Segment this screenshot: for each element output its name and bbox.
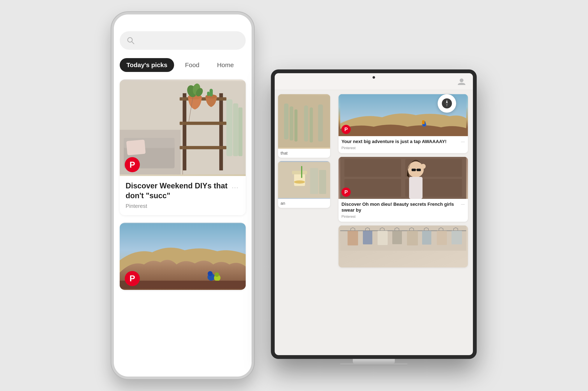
tablet-adventure-body: Your next big adventure is just a tap AW… [338, 136, 468, 153]
svg-rect-72 [407, 231, 418, 245]
svg-rect-20 [207, 92, 210, 96]
svg-rect-40 [304, 105, 308, 142]
svg-rect-7 [183, 93, 186, 170]
svg-rect-56 [344, 159, 401, 177]
tablet-beauty-image: P [338, 157, 468, 199]
tablet-adventure-source: Pinterest [341, 146, 465, 150]
tablet-beauty-title: Discover Oh mon dieu! Beauty secrets Fre… [341, 201, 465, 213]
svg-rect-68 [348, 231, 358, 245]
tab-home[interactable]: Home [210, 58, 240, 72]
svg-rect-57 [344, 179, 401, 197]
adventure-card-image: P [120, 223, 246, 290]
svg-rect-48 [310, 168, 318, 194]
svg-rect-6 [126, 139, 146, 155]
tablet-header [275, 73, 473, 90]
svg-rect-21 [226, 99, 232, 156]
svg-rect-11 [179, 146, 226, 149]
svg-rect-37 [284, 103, 289, 139]
tablet-adventure-title: Your next big adventure is just a tap AW… [341, 139, 465, 145]
svg-rect-39 [294, 109, 297, 142]
svg-rect-71 [392, 231, 402, 244]
svg-point-30 [215, 272, 219, 277]
svg-rect-8 [219, 93, 223, 170]
phone-device: Today's picks Food Home Women's [111, 12, 254, 379]
tablet-left-card-body-2: an [278, 199, 330, 208]
tablet-beauty-svg [338, 157, 468, 199]
left-coffee-svg [278, 161, 330, 199]
pinterest-badge-1: P [125, 157, 140, 172]
diy-card: P Discover Weekend DIYs that don't "succ… [120, 80, 246, 215]
svg-rect-75 [451, 231, 462, 244]
devices-container: Today's picks Food Home Women's [111, 12, 477, 379]
svg-rect-9 [179, 97, 226, 100]
tablet-beauty-source: Pinterest [341, 215, 465, 219]
compass-icon [441, 98, 452, 109]
tablet-partial-text-2: an [281, 201, 328, 206]
svg-rect-61 [409, 177, 423, 199]
svg-rect-69 [363, 231, 372, 244]
tablet-beauty-body: Discover Oh mon dieu! Beauty secrets Fre… [338, 199, 468, 222]
phone-content: Today's picks Food Home Women's [114, 14, 252, 290]
svg-rect-22 [233, 103, 238, 156]
tablet-wrapper: that [271, 69, 477, 364]
svg-point-35 [460, 79, 463, 82]
search-icon [127, 36, 135, 45]
tablet-closet-card [338, 225, 468, 268]
tablet-content: that [275, 90, 473, 355]
tablet-left-card-2: an [278, 161, 330, 208]
svg-point-28 [208, 271, 213, 276]
compass-button[interactable] [438, 94, 456, 113]
tablet-closet-svg [338, 225, 468, 251]
svg-point-65 [421, 164, 426, 169]
diy-card-title: Discover Weekend DIYs that don't "succ" [126, 181, 240, 201]
tablet-partial-text: that [281, 151, 328, 156]
svg-rect-19 [210, 89, 213, 97]
tablet-beauty-card: P Discover Oh mon dieu! Beauty secrets F… [338, 157, 468, 222]
svg-rect-41 [310, 107, 313, 142]
tablet-left-image-2 [278, 161, 330, 199]
tablet-right-column: P Your next big adventure is just a tap … [333, 90, 473, 355]
pinterest-badge-2: P [125, 271, 140, 286]
diy-card-more-button[interactable]: ··· [230, 182, 241, 193]
tab-womens[interactable]: Women's [245, 58, 246, 72]
svg-rect-10 [179, 122, 226, 125]
svg-rect-53 [422, 120, 425, 124]
svg-rect-64 [416, 170, 417, 170]
diy-card-body: Discover Weekend DIYs that don't "succ" … [120, 176, 246, 215]
svg-rect-73 [422, 231, 431, 245]
tablet-closet-image [338, 225, 468, 268]
svg-rect-66 [340, 225, 466, 251]
diy-card-source: Pinterest [126, 203, 240, 209]
search-bar[interactable] [120, 31, 246, 50]
tab-todays-picks[interactable]: Today's picks [120, 58, 174, 72]
tablet-left-card-1: that [278, 94, 330, 158]
tablet-screen: that [275, 73, 473, 355]
adventure-card: P [120, 223, 246, 290]
tablet-stand [353, 359, 395, 364]
tablet-left-image-1 [278, 94, 330, 149]
category-tabs: Today's picks Food Home Women's [120, 58, 246, 72]
svg-rect-47 [301, 166, 302, 178]
diy-card-image: P [120, 80, 246, 176]
svg-rect-42 [318, 104, 323, 141]
tablet-pinterest-badge-2: P [341, 188, 351, 197]
tablet-adventure-more-button[interactable]: — [460, 139, 466, 145]
svg-line-1 [132, 42, 134, 44]
svg-rect-70 [378, 231, 388, 245]
user-icon[interactable] [457, 77, 466, 86]
svg-rect-49 [319, 170, 326, 194]
svg-rect-38 [290, 106, 293, 140]
svg-rect-63 [417, 169, 421, 171]
tablet-camera [373, 76, 375, 79]
svg-rect-45 [292, 171, 307, 174]
tab-food[interactable]: Food [178, 58, 206, 72]
svg-point-46 [294, 180, 305, 184]
svg-rect-62 [412, 169, 416, 171]
tablet-left-column: that [275, 90, 333, 355]
svg-rect-74 [437, 231, 447, 245]
tablet-left-card-body-1: that [278, 149, 330, 158]
svg-rect-23 [238, 107, 242, 156]
phone-screen: Today's picks Food Home Women's [114, 14, 252, 377]
left-bottles-svg [278, 94, 330, 149]
tablet-beauty-more-button[interactable]: — [460, 201, 466, 207]
